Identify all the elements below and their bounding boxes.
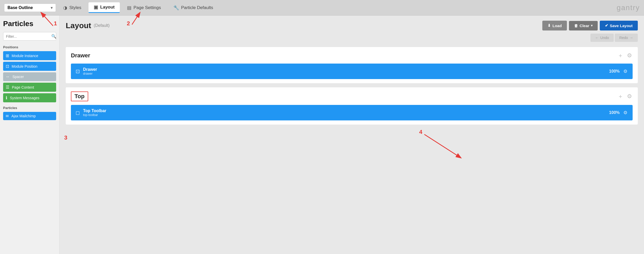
load-button[interactable]: ⬇ Load <box>542 21 567 30</box>
drawer-item-percent: 100% <box>609 69 620 74</box>
top-toolbar-text: Top Toolbar top-toolbar <box>83 109 106 117</box>
sidebar-item-page-content[interactable]: ☰ Page Content <box>3 83 56 92</box>
load-button-label: Load <box>552 24 562 28</box>
content-header: Layout (Default) ⬇ Load 🗑 Clear ▾ ✔ Save… <box>66 21 638 30</box>
page-settings-icon: ▤ <box>127 5 131 11</box>
drawer-section-header: Drawer ＋ ⚙ <box>71 51 633 60</box>
main-container: Particles 🔍 Positions ⊞ Module Instance … <box>0 16 644 254</box>
redo-icon: → <box>630 36 633 40</box>
sidebar-item-ajax-mailchimp[interactable]: ✉ Ajax Mailchimp <box>3 112 56 120</box>
search-icon: 🔍 <box>51 34 56 39</box>
sidebar-item-module-instance[interactable]: ⊞ Module Instance <box>3 51 56 60</box>
undo-redo-bar: ← Undo Redo → <box>66 34 638 42</box>
ajax-mailchimp-icon: ✉ <box>6 114 9 118</box>
top-toolbar-name: Top Toolbar <box>83 109 106 113</box>
top-toolbar-gear[interactable]: ⚙ <box>623 109 628 116</box>
filter-box[interactable]: 🔍 <box>3 32 56 41</box>
top-nav: Base Outline ▾ ◑ Styles ▣ Layout ▤ Page … <box>0 0 644 16</box>
save-layout-button-label: Save Layout <box>610 24 633 28</box>
redo-button[interactable]: Redo → <box>615 34 638 42</box>
drawer-add-button[interactable]: ＋ <box>617 51 624 60</box>
sidebar-item-module-instance-label: Module Instance <box>12 54 38 58</box>
drawer-section: Drawer ＋ ⚙ ⊡ Drawer drawer 100% ⚙ <box>66 47 638 83</box>
particle-defaults-icon: 🔧 <box>173 5 179 11</box>
sidebar: Particles 🔍 Positions ⊞ Module Instance … <box>0 16 60 254</box>
top-section-controls: ＋ ⚙ <box>617 92 633 101</box>
top-toolbar-sub: top-toolbar <box>83 113 106 117</box>
drawer-section-controls: ＋ ⚙ <box>617 51 633 60</box>
drawer-row-item: ⊡ Drawer drawer 100% ⚙ <box>71 64 633 79</box>
checkmark-icon: ✔ <box>605 23 608 28</box>
page-subtitle: (Default) <box>94 23 109 28</box>
positions-label: Positions <box>3 45 56 49</box>
header-actions: ⬇ Load 🗑 Clear ▾ ✔ Save Layout <box>542 21 638 30</box>
tab-page-settings-label: Page Settings <box>134 5 161 10</box>
sidebar-item-ajax-mailchimp-label: Ajax Mailchimp <box>11 114 36 118</box>
top-section-name: Top <box>71 91 88 101</box>
sidebar-item-system-messages[interactable]: ℹ System Messages <box>3 93 56 102</box>
tab-layout-label: Layout <box>100 5 115 10</box>
sidebar-title: Particles <box>3 20 56 28</box>
particles-section-label: Particles <box>3 106 56 110</box>
chevron-down-icon: ▾ <box>51 6 53 10</box>
sidebar-item-system-messages-label: System Messages <box>10 96 39 100</box>
top-section-header: Top ＋ ⚙ <box>71 91 633 101</box>
module-instance-icon: ⊞ <box>6 53 9 58</box>
gantry-logo: gantry <box>617 4 640 12</box>
content-area: Layout (Default) ⬇ Load 🗑 Clear ▾ ✔ Save… <box>60 16 644 254</box>
clear-button-label: Clear <box>580 24 589 28</box>
tab-styles-label: Styles <box>69 5 81 10</box>
drawer-item-sub: drawer <box>83 72 97 75</box>
redo-label: Redo <box>619 36 628 40</box>
top-toolbar-row-item: ◻ Top Toolbar top-toolbar 100% ⚙ <box>71 105 633 120</box>
drawer-item-name: Drawer <box>83 67 97 72</box>
top-toolbar-percent: 100% <box>609 110 620 115</box>
drawer-item-gear[interactable]: ⚙ <box>623 68 628 75</box>
clear-dropdown-icon: ▾ <box>591 24 593 27</box>
top-add-button[interactable]: ＋ <box>617 92 624 101</box>
system-messages-icon: ℹ <box>6 95 7 100</box>
styles-icon: ◑ <box>63 5 67 11</box>
sidebar-item-spacer-label: Spacer <box>12 75 24 79</box>
drawer-item-text: Drawer drawer <box>83 67 97 75</box>
outline-selector[interactable]: Base Outline ▾ <box>4 4 56 12</box>
undo-icon: ← <box>595 36 599 40</box>
outline-selector-label: Base Outline <box>8 5 33 10</box>
trash-icon: 🗑 <box>574 24 578 28</box>
undo-label: Undo <box>600 36 609 40</box>
tab-styles[interactable]: ◑ Styles <box>58 3 86 13</box>
save-layout-button[interactable]: ✔ Save Layout <box>600 21 638 30</box>
drawer-settings-button[interactable]: ⚙ <box>626 52 633 59</box>
spacer-icon: ↔ <box>6 74 10 79</box>
drawer-section-name: Drawer <box>71 52 90 59</box>
tab-layout[interactable]: ▣ Layout <box>88 2 120 13</box>
layout-icon: ▣ <box>94 4 98 10</box>
sidebar-item-module-position-label: Module Position <box>12 64 38 68</box>
tab-page-settings[interactable]: ▤ Page Settings <box>122 3 166 13</box>
page-content-icon: ☰ <box>6 85 9 90</box>
clear-button[interactable]: 🗑 Clear ▾ <box>569 21 598 30</box>
tab-particle-defaults[interactable]: 🔧 Particle Defaults <box>168 3 218 13</box>
top-toolbar-icon: ◻ <box>76 110 80 116</box>
sidebar-item-page-content-label: Page Content <box>12 85 34 89</box>
module-position-icon: ⊡ <box>6 64 9 69</box>
drawer-item-icon: ⊡ <box>76 68 80 74</box>
page-title: Layout <box>66 21 91 30</box>
tab-particle-defaults-label: Particle Defaults <box>181 5 213 10</box>
search-input[interactable] <box>6 34 51 39</box>
undo-button[interactable]: ← Undo <box>590 34 613 42</box>
load-icon: ⬇ <box>547 23 551 28</box>
sidebar-item-spacer[interactable]: ↔ Spacer <box>3 72 56 81</box>
top-settings-button[interactable]: ⚙ <box>626 93 633 100</box>
sidebar-item-module-position[interactable]: ⊡ Module Position <box>3 62 56 71</box>
top-section: Top ＋ ⚙ ◻ Top Toolbar top-toolbar 100% ⚙ <box>66 87 638 125</box>
